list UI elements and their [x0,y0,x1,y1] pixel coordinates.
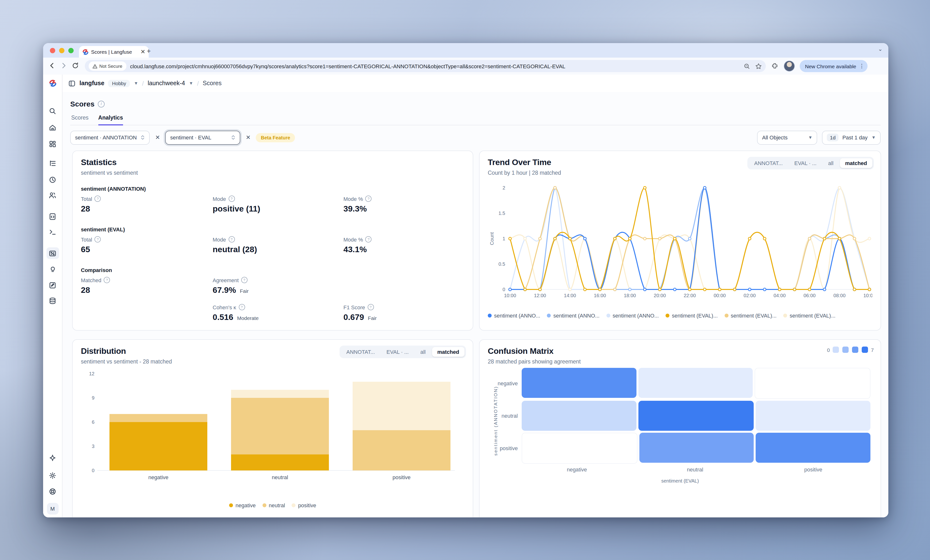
sidebar-item-settings[interactable] [46,469,59,481]
sidebar-item-sessions[interactable] [46,174,59,186]
playground-icon [48,228,57,236]
langfuse-logo[interactable] [43,75,63,92]
score2-select[interactable]: sentiment · EVAL [165,130,240,144]
score1-select[interactable]: sentiment · ANNOTATION [70,130,150,144]
section-heading: sentiment (EVAL) [81,227,125,232]
minimize-window-button[interactable] [59,48,65,53]
sidebar-item-tracing[interactable] [46,157,59,169]
plan-badge: Hobby [108,80,130,87]
close-window-button[interactable] [50,48,55,53]
sidebar-item-evaluation[interactable] [46,263,59,275]
view-tab-matched[interactable]: matched [432,347,465,357]
org-chevron-icon[interactable]: ▼ [134,81,138,86]
view-tab-all[interactable]: all [415,347,431,357]
score2-remove-button[interactable]: ✕ [245,134,252,141]
view-tab-matched[interactable]: matched [840,158,873,168]
matrix-cell-neutral-negative[interactable] [522,401,637,431]
confusion-title: Confusion Matrix [488,347,872,356]
svg-text:0.5: 0.5 [499,261,505,267]
svg-text:1: 1 [502,236,505,241]
info-icon[interactable]: i [98,100,105,107]
scale-swatch [833,347,839,353]
chevron-down-icon: ▼ [808,135,813,140]
sidebar-item-search[interactable] [46,105,59,117]
matrix-cell-positive-neutral[interactable] [639,433,754,463]
matrix-cell-positive-positive[interactable] [756,433,870,463]
view-tab-annotat[interactable]: ANNOTAT... [749,158,788,168]
svg-text:neutral: neutral [272,474,288,480]
langfuse-app: langfuse Hobby ▼ / launchweek-4 ▼ / Scor… [43,75,888,517]
zoom-icon[interactable] [744,63,750,69]
view-tab-eval[interactable]: EVAL · ... [789,158,822,168]
trend-panel: Trend Over Time Count by 1 hour | 28 mat… [479,150,881,331]
score1-remove-button[interactable]: ✕ [154,134,161,141]
help-icon: ? [367,304,374,310]
bookmark-star-icon[interactable] [755,63,762,69]
legend-item: sentiment (EVAL)... [665,313,718,319]
tab-analytics[interactable]: Analytics [99,115,123,125]
matrix-cell-neutral-positive[interactable] [755,401,870,431]
svg-text:22:00: 22:00 [684,293,696,298]
metric-label: Mode %? [343,196,372,202]
sidebar-item-datasets[interactable] [46,295,59,306]
scale-swatch [862,347,868,353]
breadcrumb-section: Scores [203,80,222,87]
extensions-icon[interactable] [771,63,778,70]
sidebar-item-users[interactable] [46,189,59,201]
metric-label: Matched? [81,277,110,283]
sidebar-item-prompts[interactable] [46,210,59,222]
sidebar-item-support[interactable] [46,485,59,497]
forward-button[interactable] [58,62,69,71]
metric-label: F1 Score? [343,304,374,310]
reload-button[interactable] [69,62,81,71]
sidebar-item-dashboard[interactable] [46,138,59,150]
chrome-update-button[interactable]: New Chrome available ⋮ [800,60,867,72]
back-button[interactable] [46,62,58,71]
browser-menu-icon[interactable]: ⋮ [859,63,864,69]
metric-label: Mode? [212,236,235,242]
user-avatar[interactable]: M [47,503,59,514]
legend-dot [263,503,266,507]
tab-close-icon[interactable]: ✕ [140,49,145,55]
sidebar-item-sparkle[interactable] [46,452,59,464]
view-tab-eval[interactable]: EVAL · ... [381,347,414,357]
matrix-cell-neutral-neutral[interactable] [639,401,754,431]
matrix-cell-negative-negative[interactable] [522,368,636,398]
distribution-panel: Distribution sentiment vs sentiment - 28… [72,339,473,517]
view-tab-all[interactable]: all [823,158,839,168]
support-icon [48,487,57,496]
tab-search-chevron-icon[interactable]: ⌄ [878,46,882,52]
project-name[interactable]: launchweek-4 [148,80,185,87]
sidebar-item-home[interactable] [46,121,59,133]
metric-label: Mode %? [343,236,372,242]
sidebar-item-playground[interactable] [46,226,59,238]
help-icon: ? [239,304,245,310]
tab-scores[interactable]: Scores [71,115,89,125]
confusion-subtitle: 28 matched pairs showing agreement [488,359,872,364]
date-range-select[interactable]: 1d Past 1 day ▼ [822,130,881,144]
browser-tab[interactable]: Scores | Langfuse ✕ [79,46,149,58]
metric-label: Agreement? [212,277,248,283]
metric-value: positive (11) [212,204,260,214]
sidebar-item-annotation[interactable] [46,279,59,291]
project-chevron-icon[interactable]: ▼ [189,81,193,86]
new-tab-button[interactable]: + [147,47,151,55]
object-filter-select[interactable]: All Objects ▼ [757,130,818,144]
sidebar-item-scores[interactable] [46,247,59,259]
matrix-cell-negative-positive[interactable] [755,368,870,399]
legend-item: negative [229,502,256,508]
org-name[interactable]: langfuse [79,80,105,87]
profile-avatar[interactable] [784,60,795,72]
view-tab-annotat[interactable]: ANNOTAT... [341,347,380,357]
matrix-cell-positive-negative[interactable] [522,433,637,464]
not-secure-chip[interactable]: Not Secure [89,61,126,71]
score1-value: sentiment · ANNOTATION [75,135,137,140]
scale-swatch [842,347,848,353]
sidebar-toggle-icon[interactable] [68,80,75,87]
url-bar[interactable]: Not Secure cloud.langfuse.com/project/cm… [85,60,766,72]
metric-value: 0.516Moderate [212,313,259,322]
svg-text:08:00: 08:00 [833,293,845,298]
zoom-window-button[interactable] [68,48,74,53]
legend-dot [488,314,492,318]
matrix-cell-negative-neutral[interactable] [638,368,753,398]
